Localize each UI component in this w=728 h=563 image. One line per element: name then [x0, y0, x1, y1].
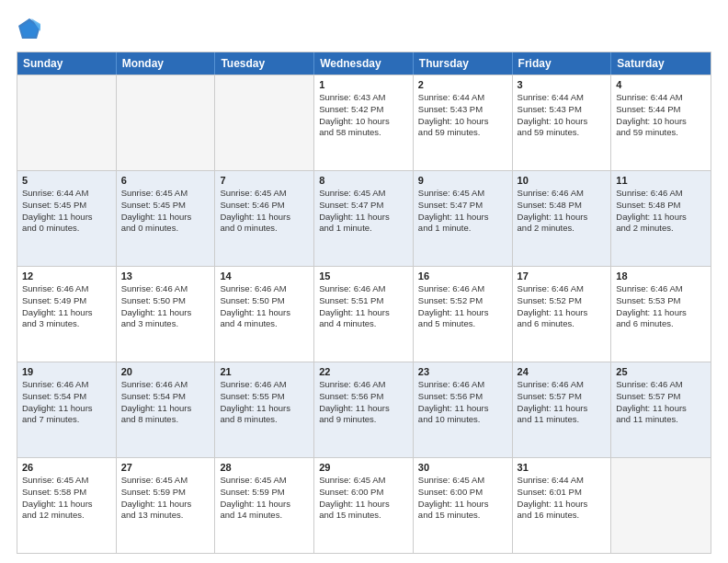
day-number: 30	[418, 462, 507, 473]
day-number: 10	[518, 175, 607, 186]
header-day-sunday: Sunday	[17, 52, 117, 75]
day-number: 3	[518, 79, 607, 90]
day-number: 28	[220, 462, 309, 473]
day-number: 9	[418, 175, 507, 186]
cal-cell-5-2: 27Sunrise: 6:45 AM Sunset: 5:59 PM Dayli…	[117, 458, 216, 553]
day-number: 16	[418, 270, 507, 282]
cal-cell-1-3	[215, 75, 314, 170]
cal-cell-5-5: 30Sunrise: 6:45 AM Sunset: 6:00 PM Dayli…	[414, 458, 513, 553]
day-number: 4	[616, 79, 706, 90]
cal-cell-4-5: 23Sunrise: 6:46 AM Sunset: 5:56 PM Dayli…	[414, 362, 513, 457]
day-number: 31	[518, 462, 607, 473]
cal-cell-2-4: 8Sunrise: 6:45 AM Sunset: 5:47 PM Daylig…	[314, 171, 414, 266]
header	[17, 17, 711, 42]
cell-info: Sunrise: 6:46 AM Sunset: 5:56 PM Dayligh…	[418, 379, 507, 426]
cell-info: Sunrise: 6:45 AM Sunset: 5:47 PM Dayligh…	[319, 188, 408, 235]
cal-cell-1-5: 2Sunrise: 6:44 AM Sunset: 5:43 PM Daylig…	[414, 75, 513, 170]
calendar-body: 1Sunrise: 6:43 AM Sunset: 5:42 PM Daylig…	[17, 75, 711, 553]
header-day-wednesday: Wednesday	[314, 52, 414, 75]
day-number: 12	[22, 270, 111, 282]
cell-info: Sunrise: 6:43 AM Sunset: 5:42 PM Dayligh…	[319, 92, 408, 139]
header-day-tuesday: Tuesday	[215, 52, 314, 75]
cal-cell-1-2	[117, 75, 216, 170]
cal-cell-3-1: 12Sunrise: 6:46 AM Sunset: 5:49 PM Dayli…	[17, 267, 117, 362]
cal-cell-2-2: 6Sunrise: 6:45 AM Sunset: 5:45 PM Daylig…	[117, 171, 216, 266]
cell-info: Sunrise: 6:46 AM Sunset: 5:54 PM Dayligh…	[121, 379, 210, 426]
cal-cell-3-3: 14Sunrise: 6:46 AM Sunset: 5:50 PM Dayli…	[215, 267, 314, 362]
cell-info: Sunrise: 6:46 AM Sunset: 5:51 PM Dayligh…	[319, 283, 408, 330]
cell-info: Sunrise: 6:45 AM Sunset: 5:45 PM Dayligh…	[121, 188, 210, 235]
day-number: 18	[616, 270, 706, 282]
day-number: 8	[319, 175, 408, 186]
cell-info: Sunrise: 6:45 AM Sunset: 6:00 PM Dayligh…	[418, 475, 507, 522]
cal-cell-1-1	[17, 75, 117, 170]
calendar-row-2: 5Sunrise: 6:44 AM Sunset: 5:45 PM Daylig…	[17, 170, 711, 266]
cal-cell-3-7: 18Sunrise: 6:46 AM Sunset: 5:53 PM Dayli…	[611, 267, 711, 362]
cal-cell-3-4: 15Sunrise: 6:46 AM Sunset: 5:51 PM Dayli…	[314, 267, 414, 362]
header-day-monday: Monday	[117, 52, 216, 75]
logo	[17, 17, 46, 42]
calendar-header: SundayMondayTuesdayWednesdayThursdayFrid…	[17, 52, 711, 75]
cal-cell-1-6: 3Sunrise: 6:44 AM Sunset: 5:43 PM Daylig…	[513, 75, 612, 170]
cell-info: Sunrise: 6:44 AM Sunset: 5:43 PM Dayligh…	[418, 92, 507, 139]
cal-cell-5-6: 31Sunrise: 6:44 AM Sunset: 6:01 PM Dayli…	[513, 458, 612, 553]
cal-cell-1-4: 1Sunrise: 6:43 AM Sunset: 5:42 PM Daylig…	[314, 75, 414, 170]
cell-info: Sunrise: 6:46 AM Sunset: 5:53 PM Dayligh…	[616, 283, 706, 330]
day-number: 27	[121, 462, 210, 473]
cal-cell-5-7	[611, 458, 711, 553]
cell-info: Sunrise: 6:45 AM Sunset: 5:59 PM Dayligh…	[220, 475, 309, 522]
cell-info: Sunrise: 6:46 AM Sunset: 5:50 PM Dayligh…	[121, 283, 210, 330]
cal-cell-1-7: 4Sunrise: 6:44 AM Sunset: 5:44 PM Daylig…	[611, 75, 711, 170]
calendar-row-3: 12Sunrise: 6:46 AM Sunset: 5:49 PM Dayli…	[17, 266, 711, 362]
day-number: 26	[22, 462, 111, 473]
cell-info: Sunrise: 6:46 AM Sunset: 5:57 PM Dayligh…	[518, 379, 607, 426]
day-number: 7	[220, 175, 309, 186]
cell-info: Sunrise: 6:45 AM Sunset: 5:58 PM Dayligh…	[22, 475, 111, 522]
day-number: 13	[121, 270, 210, 282]
cal-cell-5-3: 28Sunrise: 6:45 AM Sunset: 5:59 PM Dayli…	[215, 458, 314, 553]
cell-info: Sunrise: 6:46 AM Sunset: 5:49 PM Dayligh…	[22, 283, 111, 330]
calendar-row-4: 19Sunrise: 6:46 AM Sunset: 5:54 PM Dayli…	[17, 362, 711, 457]
cell-info: Sunrise: 6:46 AM Sunset: 5:57 PM Dayligh…	[616, 379, 706, 426]
cell-info: Sunrise: 6:46 AM Sunset: 5:55 PM Dayligh…	[220, 379, 309, 426]
calendar-row-1: 1Sunrise: 6:43 AM Sunset: 5:42 PM Daylig…	[17, 75, 711, 170]
cal-cell-2-5: 9Sunrise: 6:45 AM Sunset: 5:47 PM Daylig…	[414, 171, 513, 266]
cell-info: Sunrise: 6:46 AM Sunset: 5:52 PM Dayligh…	[418, 283, 507, 330]
cal-cell-2-1: 5Sunrise: 6:44 AM Sunset: 5:45 PM Daylig…	[17, 171, 117, 266]
cal-cell-4-7: 25Sunrise: 6:46 AM Sunset: 5:57 PM Dayli…	[611, 362, 711, 457]
day-number: 15	[319, 270, 408, 282]
page: SundayMondayTuesdayWednesdayThursdayFrid…	[0, 0, 728, 563]
logo-icon	[17, 17, 42, 42]
cal-cell-4-4: 22Sunrise: 6:46 AM Sunset: 5:56 PM Dayli…	[314, 362, 414, 457]
cell-info: Sunrise: 6:44 AM Sunset: 6:01 PM Dayligh…	[518, 475, 607, 522]
cell-info: Sunrise: 6:46 AM Sunset: 5:52 PM Dayligh…	[518, 283, 607, 330]
cell-info: Sunrise: 6:46 AM Sunset: 5:48 PM Dayligh…	[518, 188, 607, 235]
day-number: 29	[319, 462, 408, 473]
cal-cell-3-2: 13Sunrise: 6:46 AM Sunset: 5:50 PM Dayli…	[117, 267, 216, 362]
day-number: 22	[319, 366, 408, 377]
day-number: 25	[616, 366, 706, 377]
day-number: 19	[22, 366, 111, 377]
cal-cell-2-3: 7Sunrise: 6:45 AM Sunset: 5:46 PM Daylig…	[215, 171, 314, 266]
cell-info: Sunrise: 6:46 AM Sunset: 5:50 PM Dayligh…	[220, 283, 309, 330]
cell-info: Sunrise: 6:44 AM Sunset: 5:43 PM Dayligh…	[518, 92, 607, 139]
header-day-saturday: Saturday	[611, 52, 711, 75]
cal-cell-3-6: 17Sunrise: 6:46 AM Sunset: 5:52 PM Dayli…	[513, 267, 612, 362]
day-number: 17	[518, 270, 607, 282]
day-number: 11	[616, 175, 706, 186]
day-number: 20	[121, 366, 210, 377]
cell-info: Sunrise: 6:45 AM Sunset: 5:46 PM Dayligh…	[220, 188, 309, 235]
cell-info: Sunrise: 6:46 AM Sunset: 5:56 PM Dayligh…	[319, 379, 408, 426]
header-day-friday: Friday	[513, 52, 612, 75]
cell-info: Sunrise: 6:45 AM Sunset: 5:59 PM Dayligh…	[121, 475, 210, 522]
calendar-row-5: 26Sunrise: 6:45 AM Sunset: 5:58 PM Dayli…	[17, 457, 711, 553]
day-number: 21	[220, 366, 309, 377]
day-number: 23	[418, 366, 507, 377]
day-number: 2	[418, 79, 507, 90]
cal-cell-3-5: 16Sunrise: 6:46 AM Sunset: 5:52 PM Dayli…	[414, 267, 513, 362]
cal-cell-4-2: 20Sunrise: 6:46 AM Sunset: 5:54 PM Dayli…	[117, 362, 216, 457]
day-number: 5	[22, 175, 111, 186]
day-number: 1	[319, 79, 408, 90]
day-number: 6	[121, 175, 210, 186]
cell-info: Sunrise: 6:44 AM Sunset: 5:44 PM Dayligh…	[616, 92, 706, 139]
